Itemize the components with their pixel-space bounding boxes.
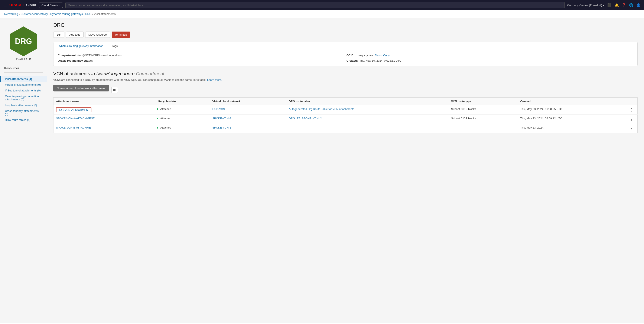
sidebar-link-ipsec[interactable]: IPSec tunnel attachments (0) bbox=[5, 89, 41, 92]
created-label: Created: bbox=[346, 59, 358, 62]
breadcrumb-vcn-attachments: VCN attachments bbox=[94, 12, 116, 16]
info-left: Compartment (root)/NETWORK/IwanHoogendoo… bbox=[58, 54, 344, 62]
breadcrumb-sep-3: › bbox=[84, 12, 85, 16]
cell-attachment-name-3: SPOKE-VCN-B-ATTACHME bbox=[54, 124, 154, 133]
col-vcn: Virtual cloud network bbox=[210, 98, 286, 105]
created-field: Created: Thu, May 16, 2024, 07:28:51 UTC bbox=[346, 59, 633, 62]
left-sidebar: DRG AVAILABLE Resources VCN attachments … bbox=[0, 18, 47, 323]
move-resource-button[interactable]: Move resource bbox=[85, 32, 110, 38]
oracle-redundancy-label: Oracle redundancy status: bbox=[58, 59, 93, 62]
lifecycle-state-3: Attached bbox=[160, 126, 171, 129]
cloud-shell-icon[interactable]: ⬛ bbox=[607, 3, 612, 7]
sidebar-item-loopback[interactable]: Loopback attachments (0) bbox=[0, 102, 47, 108]
breadcrumb-drg[interactable]: DRG bbox=[85, 12, 92, 16]
language-icon[interactable]: 🌐 bbox=[629, 3, 633, 7]
sidebar-item-vcn-attachments[interactable]: VCN attachments (4) bbox=[0, 76, 47, 82]
sidebar-link-vcn-attachments[interactable]: VCN attachments (4) bbox=[5, 78, 32, 80]
region-chevron-icon: ▾ bbox=[603, 4, 604, 7]
cloud-classic-button[interactable]: Cloud Classic › bbox=[39, 2, 63, 8]
cell-created-2: Thu, May 23, 2024, 06:09:12 UTC bbox=[518, 115, 626, 124]
create-vcn-attachment-button[interactable]: Create virtual cloud network attachment bbox=[53, 85, 109, 92]
cell-attachment-name-2: SPOKE-VCN-A-ATTACHMENT bbox=[54, 115, 154, 124]
sidebar-item-virtual-circuit[interactable]: Virtual circuit attachments (0) bbox=[0, 82, 47, 88]
cell-vcn-2: SPOKE-VCN-A bbox=[210, 115, 286, 124]
oracle-redundancy-value: — bbox=[94, 59, 97, 62]
compartment-label: Compartment bbox=[58, 54, 76, 57]
svg-rect-0 bbox=[113, 89, 114, 91]
ocid-label: OCID: bbox=[346, 54, 354, 57]
vcn-title-compartment: IwanHoogendoorn bbox=[96, 71, 135, 76]
vcn-link-3[interactable]: SPOKE-VCN-B bbox=[212, 126, 232, 129]
hamburger-menu[interactable]: ☰ bbox=[4, 3, 7, 8]
cell-drg-route-table-2: DRG_RT_SPOKE_VCN_2 bbox=[286, 115, 448, 124]
resources-title: Resources bbox=[4, 66, 42, 70]
cell-lifecycle-2: Attached bbox=[154, 115, 210, 124]
vcn-link-1[interactable]: HUB-VCN bbox=[212, 108, 225, 111]
sidebar-link-cross-tenancy[interactable]: Cross-tenancy attachments (0) bbox=[5, 109, 38, 116]
cell-drg-route-table-3 bbox=[286, 124, 448, 133]
col-attachment-name: Attachment name bbox=[54, 98, 154, 105]
ocid-value: ...vxqqcgvkka bbox=[356, 54, 373, 57]
nav-right-section: Germany Central (Frankfurt) ▾ ⬛ 🔔 ❓ 🌐 👤 bbox=[567, 3, 640, 7]
sidebar-link-drg-route-tables[interactable]: DRG route tables (4) bbox=[5, 118, 30, 122]
drg-route-table-link-2[interactable]: DRG_RT_SPOKE_VCN_2 bbox=[289, 117, 322, 120]
ocid-copy-link[interactable]: Copy bbox=[383, 54, 390, 57]
help-icon[interactable]: ❓ bbox=[622, 3, 626, 7]
created-value: Thu, May 16, 2024, 07:28:51 UTC bbox=[360, 59, 402, 62]
vcn-section-title: VCN attachments in IwanHoogendoorn Compa… bbox=[53, 71, 638, 76]
cell-drg-route-table-1: Autogenerated Drg Route Table for VCN at… bbox=[286, 105, 448, 115]
drg-route-table-link-1[interactable]: Autogenerated Drg Route Table for VCN at… bbox=[289, 108, 354, 111]
terminate-button[interactable]: Terminate bbox=[112, 32, 130, 38]
oracle-redundancy-field: Oracle redundancy status: — bbox=[58, 59, 344, 62]
sidebar-link-virtual-circuit[interactable]: Virtual circuit attachments (0) bbox=[5, 83, 41, 86]
vcn-link-2[interactable]: SPOKE-VCN-A bbox=[212, 117, 232, 120]
edit-button[interactable]: Edit bbox=[53, 32, 64, 38]
breadcrumb-sep-1: › bbox=[19, 12, 21, 16]
breadcrumb-dynamic-routing-gateways[interactable]: Dynamic routing gateways bbox=[50, 12, 83, 16]
info-tabs: Dynamic routing gateway information Tags bbox=[54, 42, 638, 50]
sidebar-link-remote-peering[interactable]: Remote peering connection attachments (0… bbox=[5, 95, 39, 101]
breadcrumb-sep-2: › bbox=[48, 12, 50, 16]
svg-rect-1 bbox=[114, 89, 115, 91]
columns-toggle-button[interactable] bbox=[112, 87, 118, 93]
cell-vcn-3: SPOKE-VCN-B bbox=[210, 124, 286, 133]
col-actions bbox=[626, 98, 638, 105]
row-actions-menu-1[interactable]: ⋮ bbox=[628, 107, 635, 112]
breadcrumb-customer-connectivity[interactable]: Customer connectivity bbox=[21, 12, 48, 16]
sidebar-item-ipsec[interactable]: IPSec tunnel attachments (0) bbox=[0, 88, 47, 93]
ocid-show-link[interactable]: Show bbox=[375, 54, 382, 57]
sidebar-item-remote-peering[interactable]: Remote peering connection attachments (0… bbox=[0, 93, 47, 102]
attachment-name-link-3[interactable]: SPOKE-VCN-B-ATTACHME bbox=[56, 126, 91, 129]
lifecycle-state-2: Attached bbox=[160, 117, 171, 120]
compartment-value: (root)/NETWORK/IwanHoogendoorn bbox=[78, 54, 122, 57]
table-body: HUB-VCN-ATTACHMENT Attached HUB-VCN Auto… bbox=[54, 105, 638, 133]
row-actions-menu-2[interactable]: ⋮ bbox=[628, 116, 635, 122]
add-tags-button[interactable]: Add tags bbox=[66, 32, 83, 38]
drg-icon-label: DRG bbox=[15, 37, 32, 46]
notifications-icon[interactable]: 🔔 bbox=[614, 3, 619, 7]
cell-created-1: Thu, May 23, 2024, 06:08:25 UTC bbox=[518, 105, 626, 115]
info-panel: Dynamic routing gateway information Tags… bbox=[53, 42, 638, 66]
user-avatar-icon[interactable]: 👤 bbox=[636, 3, 640, 7]
attachment-name-link-1[interactable]: HUB-VCN-ATTACHMENT bbox=[58, 108, 90, 112]
cell-actions-1: ⋮ bbox=[626, 105, 638, 115]
hub-vcn-attachment-link[interactable]: HUB-VCN-ATTACHMENT bbox=[56, 108, 92, 112]
table-header: Attachment name Lifecycle state Virtual … bbox=[54, 98, 638, 105]
sidebar-link-loopback[interactable]: Loopback attachments (0) bbox=[5, 104, 37, 107]
sidebar-item-drg-route-tables[interactable]: DRG route tables (4) bbox=[0, 117, 47, 123]
col-lifecycle-state: Lifecycle state bbox=[154, 98, 210, 105]
col-created: Created bbox=[518, 98, 626, 105]
sidebar-item-cross-tenancy[interactable]: Cross-tenancy attachments (0) bbox=[0, 108, 47, 117]
tab-tags[interactable]: Tags bbox=[108, 42, 122, 50]
page-footer: Terms of Use and Privacy Cookie Preferen… bbox=[0, 323, 644, 324]
tab-drg-info[interactable]: Dynamic routing gateway information bbox=[54, 42, 108, 50]
region-selector[interactable]: Germany Central (Frankfurt) ▾ bbox=[567, 4, 604, 7]
attachment-name-link-2[interactable]: SPOKE-VCN-A-ATTACHMENT bbox=[56, 117, 94, 120]
row-actions-menu-3[interactable]: ⋮ bbox=[628, 126, 635, 131]
breadcrumb-networking[interactable]: Networking bbox=[4, 12, 18, 16]
search-input[interactable] bbox=[66, 2, 565, 8]
compartment-field: Compartment (root)/NETWORK/IwanHoogendoo… bbox=[58, 54, 344, 57]
cell-vcn-route-type-3 bbox=[448, 124, 518, 133]
table-toolbar: Create virtual cloud network attachment bbox=[53, 85, 638, 95]
learn-more-link[interactable]: Learn more. bbox=[207, 78, 222, 82]
